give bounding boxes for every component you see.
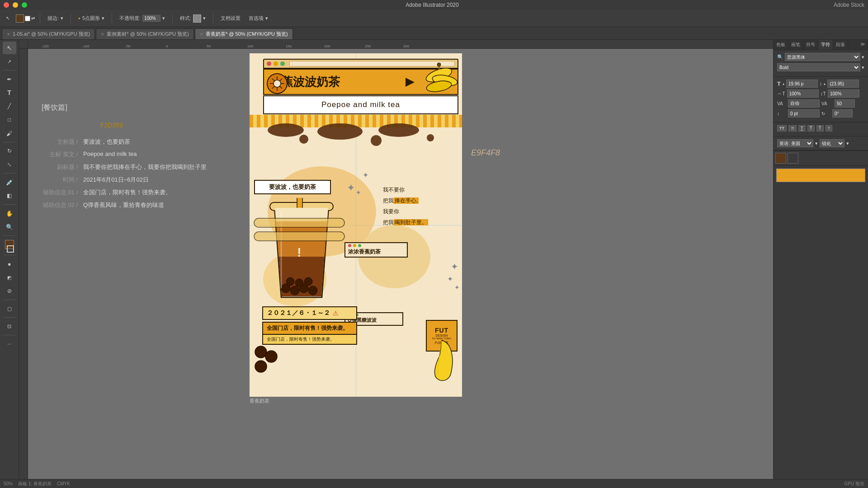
pen-tool[interactable]: ✒: [3, 73, 16, 85]
bold-tt-btn[interactable]: TT: [777, 125, 787, 131]
type-tool[interactable]: T: [3, 86, 16, 99]
none-mode[interactable]: ⊘: [3, 285, 16, 297]
color-panel-stroke[interactable]: [788, 153, 798, 164]
tabc-btn[interactable]: T̂: [816, 125, 824, 131]
artboard-tool[interactable]: ⊡: [3, 320, 16, 333]
panel-tab-brush[interactable]: 画笔: [788, 40, 803, 50]
tall-btn[interactable]: T: [826, 125, 833, 131]
rotation-label: ↻: [821, 111, 830, 116]
tab-2-label: 案例素材* @ 50% (CMYK/GPU 预览): [107, 31, 189, 38]
more-tools[interactable]: ···: [3, 338, 16, 350]
artboard-info: 画板 1: 香蕉奶茶: [18, 481, 52, 487]
doc-settings-btn[interactable]: 文档设置: [218, 14, 243, 23]
language-select[interactable]: 英语: 美国: [777, 139, 813, 147]
panel-tab-para[interactable]: 段落: [833, 40, 848, 50]
ruler-corner: [19, 40, 28, 49]
color-icons-row: [774, 151, 868, 166]
svg-point-35: [286, 277, 294, 286]
shape-tool[interactable]: □: [3, 113, 16, 126]
canvas-area[interactable]: -150 -100 -50 0 50 100 150 200 250 300 […: [19, 40, 773, 479]
panel-tab-color[interactable]: 色板: [774, 40, 788, 50]
artboard[interactable]: 香蕉波波奶茶: [250, 53, 462, 397]
fill-swatch[interactable]: [16, 14, 24, 23]
sharpness-select[interactable]: 锐化: [820, 139, 844, 147]
preferences-btn[interactable]: 首选项 ▾: [246, 14, 270, 23]
color-panel-fill[interactable]: [775, 153, 786, 164]
tab-2-close[interactable]: ✕: [101, 32, 104, 37]
app-title: Adobe Illustrator 2020: [38, 2, 826, 8]
rotate-tool[interactable]: ↻: [3, 145, 16, 157]
sparkle-1: ✦: [347, 182, 355, 194]
eyedropper-tool[interactable]: 💉: [3, 176, 16, 188]
svg-point-37: [304, 277, 312, 286]
style-label: 样式: ▾: [178, 14, 208, 23]
promo-box2: 全国门店，限时有售！强势来袭。: [262, 334, 357, 345]
panel-tab-symbol[interactable]: 符号: [803, 40, 818, 50]
scale-v-input[interactable]: [828, 89, 859, 98]
tsup-btn[interactable]: T̈: [807, 125, 815, 131]
leading-icon: ↕: [820, 81, 822, 86]
tracking-input[interactable]: [788, 99, 820, 108]
hand-tool[interactable]: ✋: [3, 207, 16, 220]
tab-2[interactable]: ✕ 案例素材* @ 50% (CMYK/GPU 预览): [96, 28, 194, 39]
scale-h-input[interactable]: [787, 89, 819, 98]
arrow-icon: ↖: [6, 15, 10, 21]
tab-3[interactable]: ✕ 香蕉奶茶* @ 50% (CMYK/GPU 预览): [195, 28, 293, 39]
shape-select[interactable]: ● 5点圆形 ▾: [76, 14, 107, 23]
italic-tr-btn[interactable]: Tr: [788, 125, 797, 131]
gradient-mode[interactable]: ◩: [3, 271, 16, 284]
font-size-input[interactable]: [786, 80, 818, 88]
opacity-input[interactable]: [142, 15, 160, 22]
active-color-display[interactable]: [776, 169, 865, 182]
gradient-tool[interactable]: ◧: [3, 189, 16, 202]
brush-tool[interactable]: 🖌: [3, 127, 16, 140]
product-label-text: 浓浓香蕉奶茶: [348, 248, 381, 256]
wave-svg: [252, 216, 351, 243]
tracking-row: VA VA: [777, 99, 864, 108]
scale-tool[interactable]: ⤡: [3, 158, 16, 171]
swap-icon[interactable]: ⇄: [31, 16, 35, 21]
select-tool[interactable]: ↖: [3, 42, 16, 54]
panel-tab-char[interactable]: 字符: [818, 40, 833, 50]
line-tool[interactable]: ╱: [3, 100, 16, 113]
kerning-input[interactable]: [835, 99, 855, 108]
date-box-inner: ２０２１／６・１～２ ⚠: [262, 306, 357, 320]
draw-normal[interactable]: ▢: [3, 302, 16, 315]
zoom-tool[interactable]: 🔍: [3, 221, 16, 233]
panel-more[interactable]: ≫: [858, 40, 868, 50]
font-style-select[interactable]: Bold: [777, 63, 860, 71]
section-title: [餐饮篇]: [42, 103, 241, 113]
highlight2: 喝到肚子里。: [394, 219, 428, 225]
font-family-select[interactable]: 思源黑体: [785, 53, 860, 61]
tagline-box: 要波波，也要奶茶: [254, 180, 331, 194]
warning-icon: ⚠: [333, 310, 339, 317]
baseline-input[interactable]: [788, 109, 820, 117]
stroke-swatch[interactable]: [25, 16, 30, 21]
stroke-color[interactable]: [7, 245, 14, 253]
leading-input[interactable]: [827, 80, 859, 88]
direct-select-tool[interactable]: ↗: [3, 55, 16, 68]
svg-rect-40: [254, 218, 344, 227]
logo-line1: FUT: [435, 327, 448, 334]
tab-1-close[interactable]: ✕: [7, 32, 10, 37]
baseline-row: ↕ ↻: [777, 109, 864, 117]
tab-3-close[interactable]: ✕: [200, 32, 203, 37]
wave-shapes: [252, 216, 351, 243]
tab-1[interactable]: ✕ 1-05.ai* @ 50% (CMYK/GPU 预览): [2, 28, 95, 39]
font-size-row: T ▴ ↕ ▴: [777, 80, 864, 88]
opacity-control[interactable]: 不透明度: ▾: [117, 14, 167, 23]
lang-arrow: ▾: [815, 141, 818, 146]
svg-line-6: [279, 86, 282, 89]
style-swatch[interactable]: [193, 14, 201, 23]
status-bar: 50% 画板 1: 香蕉奶茶 CMYK GPU 预览: [0, 479, 868, 488]
tool-select[interactable]: ↖: [4, 14, 12, 22]
artboard-label: 香蕉奶茶: [250, 398, 269, 404]
tvar-btn[interactable]: T̲: [798, 125, 806, 131]
leading-up-icon: ▴: [824, 82, 826, 86]
lower-panel: [774, 150, 868, 479]
canvas-content[interactable]: [餐饮篇] F2D359 主标题 / 要波波，也要奶茶 主标 英文 / Poep…: [28, 49, 773, 479]
align-select[interactable]: 描边: ▾: [45, 14, 66, 23]
color-mode[interactable]: ■: [3, 258, 16, 270]
stock-link[interactable]: Adobe Stock: [834, 2, 864, 8]
rotation-input[interactable]: [832, 109, 853, 117]
